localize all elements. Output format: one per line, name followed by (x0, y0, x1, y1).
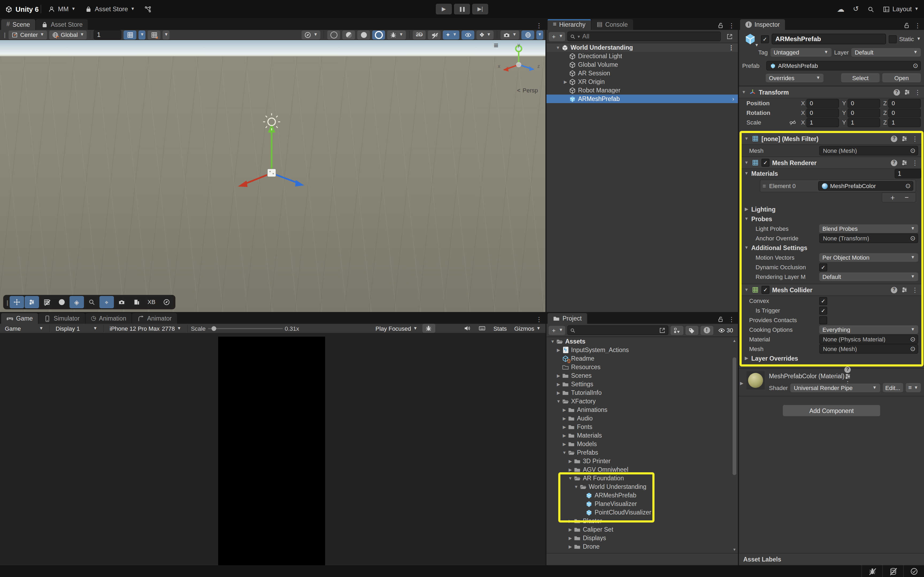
project-item[interactable]: ▶Audio (546, 414, 738, 422)
shader-list-button[interactable]: ≡▼ (906, 383, 921, 392)
scene-visibility-button[interactable] (462, 30, 475, 39)
foldout-closed-icon[interactable]: ▶ (561, 442, 567, 446)
search-overlay-button[interactable] (84, 296, 99, 308)
mute-audio-button[interactable] (460, 324, 473, 333)
project-item[interactable]: ARMeshPrefab (546, 491, 738, 500)
presets-icon[interactable] (901, 159, 908, 166)
display-target-dropdown[interactable]: Game▼ (2, 324, 46, 333)
xb-overlay-button[interactable]: XB (144, 296, 158, 308)
edit-shader-button[interactable]: Edit... (882, 383, 903, 392)
tab-inspector[interactable]: iInspector (740, 19, 785, 30)
provides-contacts-checkbox[interactable] (819, 316, 827, 324)
kebab-icon[interactable]: ⋮ (728, 44, 736, 51)
toggle-2d-button[interactable]: 2D (413, 30, 426, 39)
create-object-button[interactable]: ＋▼ (549, 32, 565, 41)
effects-dropdown[interactable]: ✦▼ (443, 30, 459, 39)
foldout-closed-icon[interactable]: ▶ (567, 536, 573, 540)
static-caret[interactable]: ▼ (916, 37, 921, 41)
pivot-mode-dropdown[interactable]: Center▼ (8, 30, 47, 39)
project-item[interactable]: ▼XFactory (546, 397, 738, 406)
project-scrollbar[interactable]: ▲ ▼ (732, 338, 737, 553)
building-overlay-button[interactable] (129, 296, 144, 308)
status-ok-icon[interactable] (903, 565, 924, 577)
name-field[interactable]: ARMeshPrefab (772, 34, 886, 44)
hidden-packages-button[interactable]: ! (701, 326, 713, 335)
gizmos-dropdown[interactable]: Gizmos▼ (512, 324, 543, 333)
hierarchy-item[interactable]: AR Session (546, 69, 738, 77)
tab-animator[interactable]: Animator (132, 313, 177, 324)
project-item[interactable]: ▼Prefabs (546, 448, 738, 457)
project-item[interactable]: ▶Animations (546, 406, 738, 414)
search-icon[interactable] (867, 6, 874, 13)
material-thumbnail[interactable] (746, 371, 765, 390)
layers-dropdown[interactable]: ❖▼ (477, 30, 494, 39)
project-item[interactable]: Resources (546, 363, 738, 371)
game-viewport[interactable] (0, 334, 545, 565)
rendering-layer-dropdown[interactable]: Default▼ (819, 272, 918, 281)
foldout-open-icon[interactable]: ▼ (550, 339, 556, 344)
dynamic-occlusion-checkbox[interactable] (819, 263, 827, 271)
orientation-gizmo[interactable]: y x z (496, 42, 541, 87)
foldout-closed-icon[interactable]: ▶ (567, 467, 573, 472)
object-picker-icon[interactable]: ⊙ (909, 346, 916, 352)
scale-x-field[interactable]: 1 (807, 118, 839, 127)
foldout-closed-icon[interactable]: ▶ (567, 544, 573, 549)
object-picker-icon[interactable]: ⊙ (909, 235, 916, 242)
foldout-closed-icon[interactable]: ▶ (556, 348, 561, 352)
foldout-open-icon[interactable]: ▼ (556, 399, 561, 404)
foldout-closed-icon[interactable]: ▶ (567, 459, 573, 463)
scroll-up-icon[interactable]: ▲ (733, 339, 736, 342)
prefab-cube-icon[interactable]: ▼ (742, 32, 758, 45)
rotation-x-field[interactable]: 0 (807, 108, 839, 117)
materials-foldout[interactable]: ▼Materials 1 (741, 169, 921, 179)
lock-icon[interactable] (903, 22, 910, 29)
kebab-icon[interactable]: ⋮ (912, 287, 918, 293)
foldout-closed-icon[interactable]: ▶ (561, 433, 567, 438)
draw-mode-dropdown[interactable]: ▼ (302, 30, 321, 39)
scale-slider[interactable] (208, 328, 283, 329)
asset-store-menu[interactable]: Asset Store ▼ (81, 0, 140, 18)
pause-button[interactable] (454, 4, 470, 15)
hierarchy-item[interactable]: ARMeshPrefab› (546, 95, 738, 103)
component-enabled-checkbox[interactable] (761, 159, 769, 167)
convex-checkbox[interactable] (819, 297, 827, 305)
material-element-row[interactable]: ≡ Element 0 MeshPrefabColor ⊙ (760, 179, 916, 192)
shading-shaded-wire-button[interactable] (342, 30, 355, 39)
mesh-object-field[interactable]: None (Mesh)⊙ (819, 146, 918, 155)
mesh-filter-header[interactable]: ▼ [none] (Mesh Filter) ?⋮ (741, 133, 921, 145)
prefab-object-field[interactable]: ARMeshPrefab ⊙ (766, 61, 921, 71)
scale-z-field[interactable]: 1 (888, 118, 921, 127)
cloud-icon[interactable]: ☁ (837, 5, 844, 13)
tool-settings-button[interactable] (24, 296, 39, 308)
mesh-collider-header[interactable]: ▼ Mesh Collider ?⋮ (741, 284, 921, 296)
kebab-icon[interactable]: ⋮ (728, 316, 735, 322)
foldout-open-icon[interactable]: ▼ (573, 484, 579, 489)
account-menu[interactable]: MM ▼ (44, 0, 81, 18)
filter-by-label-button[interactable] (685, 326, 698, 335)
play-focused-dropdown[interactable]: Play Focused▼ (373, 324, 420, 333)
motion-vectors-dropdown[interactable]: Per Object Motion▼ (819, 253, 918, 262)
slider-knob[interactable] (211, 326, 216, 331)
kebab-icon[interactable]: ⋮ (728, 22, 735, 29)
overlay-menu-icon[interactable]: ≡ (494, 41, 498, 49)
tab-animation[interactable]: ◷Animation (86, 313, 132, 324)
position-y-field[interactable]: 0 (848, 98, 880, 108)
position-x-field[interactable]: 0 (807, 98, 839, 108)
cooking-options-dropdown[interactable]: Everything▼ (819, 326, 918, 334)
visible-items-counter[interactable]: 30 (716, 326, 736, 335)
transform-header[interactable]: ▼ Transform ? ⋮ (739, 86, 924, 98)
layer-dropdown[interactable]: Default▼ (851, 48, 921, 56)
project-item[interactable]: ▶Drone (546, 542, 738, 551)
step-button[interactable]: ▶| (472, 4, 488, 15)
hierarchy-item[interactable]: ▼World Understanding⋮ (546, 43, 738, 52)
materials-count-field[interactable]: 1 (895, 169, 921, 179)
tag-dropdown[interactable]: Untagged▼ (771, 48, 832, 56)
kebab-icon[interactable]: ⋮ (912, 135, 918, 142)
tab-scene[interactable]: # Scene (1, 19, 35, 30)
is-trigger-checkbox[interactable] (819, 306, 827, 314)
project-search-input[interactable] (567, 326, 669, 335)
debugger-disabled-icon[interactable] (861, 565, 882, 577)
shading-button[interactable] (54, 296, 69, 308)
project-item[interactable]: ▶Models (546, 440, 738, 448)
hierarchy-item[interactable]: Robot Manager (546, 86, 738, 95)
